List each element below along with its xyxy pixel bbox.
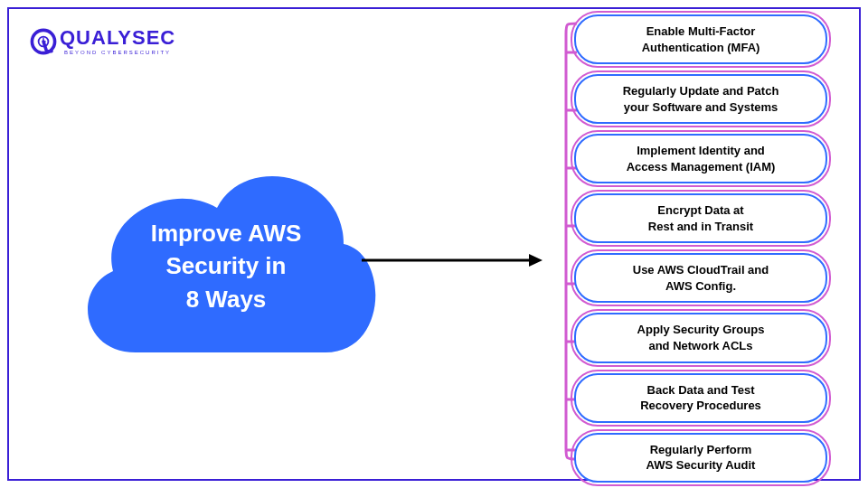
svg-marker-5 <box>529 254 542 267</box>
cloud-shape: Improve AWSSecurity in8 Ways <box>72 145 380 380</box>
brand-logo: QUALYSEC BEYOND CYBERSECURITY <box>27 25 175 58</box>
logo-q-icon <box>27 25 60 58</box>
list-item: Apply Security Groupsand Network ACLs <box>574 313 827 362</box>
cloud-title: Improve AWSSecurity in8 Ways <box>72 217 380 315</box>
list-item: Regularly PerformAWS Security Audit <box>574 433 827 483</box>
list-item: Enable Multi-FactorAuthentication (MFA) <box>574 14 827 64</box>
logo-sub-text: BEYOND CYBERSECURITY <box>60 50 175 55</box>
ways-list: Enable Multi-FactorAuthentication (MFA) … <box>574 14 827 483</box>
arrow-icon <box>362 251 542 269</box>
list-item: Back Data and TestRecovery Procedures <box>574 373 827 423</box>
list-item: Regularly Update and Patchyour Software … <box>574 74 827 124</box>
list-item: Use AWS CloudTrail andAWS Config. <box>574 253 827 303</box>
logo-main-text: QUALYSEC <box>60 28 175 48</box>
list-item: Implement Identity andAccess Management … <box>574 134 827 183</box>
list-item: Encrypt Data atRest and in Transit <box>574 193 827 243</box>
